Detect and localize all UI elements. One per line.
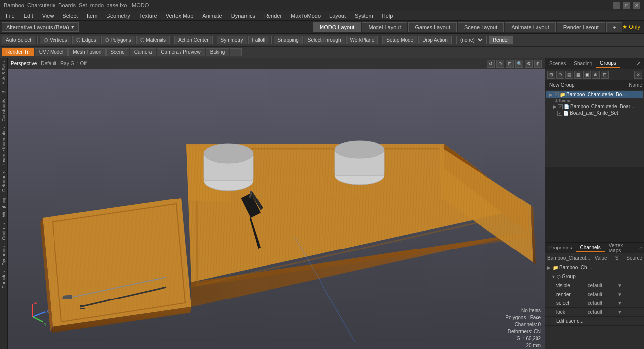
tab-add-layout[interactable]: + (606, 22, 622, 32)
tab-games-layout[interactable]: Games Layout (408, 22, 457, 32)
menu-animate[interactable]: Animate (198, 12, 226, 20)
rpanel-btn-close[interactable]: ✕ (634, 71, 642, 79)
btn-select-through[interactable]: Select Through (304, 36, 345, 44)
chan-row-render[interactable]: render default ▼ (545, 290, 644, 299)
btn-symmetry[interactable]: Symmetry (217, 36, 247, 44)
chan-row-root[interactable]: ▶ 📁 Bamboo_Ch ... (545, 263, 644, 272)
menu-system[interactable]: System (351, 12, 377, 20)
sidebar-constraints[interactable]: Constraints (0, 96, 7, 125)
sidebar-particles[interactable]: Particles (0, 268, 7, 292)
menu-dynamics[interactable]: Dynamics (227, 12, 259, 20)
chan-row-visible[interactable]: visible default ▼ (545, 281, 644, 290)
sidebar-deformers[interactable]: Deformers (0, 168, 7, 195)
viewport-canvas[interactable]: X Y Z No Items Polygons : Face Channels:… (8, 69, 545, 349)
vp-btn-zoom-out[interactable]: 🔍 (515, 60, 523, 68)
menu-view[interactable]: View (38, 12, 58, 20)
titlebar-controls[interactable]: — □ ✕ (613, 2, 640, 9)
chan-row-edit-user[interactable]: Ldit user c... (545, 317, 644, 326)
minimize-btn[interactable]: — (613, 2, 620, 9)
sidebar-controls[interactable]: Controls (0, 220, 7, 243)
tab-modo-layout[interactable]: MODO Layout (313, 22, 361, 32)
tree-row-child1[interactable]: ▶ ✓ 📄 Bamboo_Charcuterie_Boar... (546, 103, 643, 110)
btn-snapping[interactable]: Snapping (274, 36, 303, 44)
rpanel-btn-3[interactable]: ▤ (565, 71, 573, 79)
btn-materials[interactable]: ⬡ Materials (136, 36, 170, 44)
viewport-container[interactable]: Perspective Default Ray GL: Off ↺ ⊙ ⊡ 🔍 … (8, 58, 545, 349)
sidebar-acts-sets[interactable]: Acts & Sets (0, 58, 7, 88)
rpanel-tab-shading[interactable]: Shading (570, 60, 596, 67)
tree-checkbox-root[interactable]: ✓ (554, 92, 559, 97)
rpanel-tab-scenes[interactable]: Scenes (545, 60, 570, 67)
new-group-label[interactable]: New Group (547, 81, 577, 89)
tree-checkbox-child1[interactable]: ✓ (558, 104, 563, 109)
tab-scene-layout[interactable]: Scene Layout (458, 22, 504, 32)
btn-auto-select[interactable]: Auto Select (2, 36, 35, 44)
sidebar-dynamics[interactable]: Dynamics (0, 243, 7, 269)
menu-vertexmap[interactable]: Vertex Map (162, 12, 198, 20)
btn-edges[interactable]: ⬡ Edges (72, 36, 100, 44)
menu-file[interactable]: File (2, 12, 19, 20)
menu-texture[interactable]: Texture (135, 12, 161, 20)
rpanel-btn-5[interactable]: ▣ (583, 71, 591, 79)
btn-drop-action[interactable]: Drop Action (418, 36, 452, 44)
tab-add-viewport[interactable]: + (230, 48, 242, 56)
tree-checkbox-child2[interactable]: ✓ (557, 111, 562, 116)
vp-default[interactable]: Default (41, 61, 56, 66)
chan-expand-icon[interactable]: ⤢ (638, 245, 642, 250)
vp-ray-gl[interactable]: Ray GL: Off (60, 61, 87, 66)
menu-help[interactable]: Help (378, 12, 397, 20)
tab-render-tri[interactable]: Render Tri (2, 48, 34, 56)
tab-baking[interactable]: Baking (206, 48, 230, 56)
chan-row-lock[interactable]: lock default ▼ (545, 308, 644, 317)
btn-action-center[interactable]: Action Center (174, 36, 213, 44)
vp-btn-zoom-fit[interactable]: ⊡ (506, 60, 514, 68)
sidebar-weighting[interactable]: Weighting (0, 195, 7, 220)
tab-mesh-fusion[interactable]: Mesh Fusion (68, 48, 106, 56)
tree-row-child2[interactable]: ✓ 📄 Board_and_Knife_Set (546, 110, 643, 116)
chan-tab-vertexmaps[interactable]: Vertex Maps (605, 242, 638, 254)
menu-geometry[interactable]: Geometry (102, 12, 134, 20)
chan-row-group[interactable]: ▼ ⬡ Group (545, 272, 644, 281)
alt-layouts-dropdown[interactable]: Alternative Layouts (Beta) ▾ (2, 22, 79, 32)
tab-camera-preview[interactable]: Camera / Preview (157, 48, 205, 56)
btn-vertices[interactable]: ⬡ Vertices (40, 36, 71, 44)
rpanel-btn-6[interactable]: ⊕ (592, 71, 600, 79)
tab-camera[interactable]: Camera (130, 48, 157, 56)
rpanel-tab-groups[interactable]: Groups (596, 59, 620, 68)
close-btn[interactable]: ✕ (633, 2, 640, 9)
tree-row-root[interactable]: ▶ ✓ 📁 Bamboo_Charcuterie_Bo... (546, 91, 643, 98)
rpanel-btn-1[interactable]: ⊞ (547, 71, 555, 79)
chan-row-select[interactable]: select default ▼ (545, 299, 644, 308)
menu-item[interactable]: Item (83, 12, 101, 20)
menu-maxtomodo[interactable]: MaxToModo (287, 12, 324, 20)
tab-model-layout[interactable]: Model Layout (362, 22, 407, 32)
tab-scene[interactable]: Scene (106, 48, 129, 56)
tab-uv-model[interactable]: UV / Model (35, 48, 68, 56)
vp-perspective[interactable]: Perspective (11, 61, 37, 66)
btn-polygons[interactable]: ⬡ Polygons (101, 36, 135, 44)
chan-tab-properties[interactable]: Properties (545, 244, 576, 251)
vp-btn-settings[interactable]: ⚙ (525, 60, 533, 68)
menu-select[interactable]: Select (58, 12, 82, 20)
vp-btn-maximize[interactable]: ⊞ (534, 60, 542, 68)
menu-render[interactable]: Render (260, 12, 286, 20)
select-none[interactable]: (none) (456, 36, 484, 44)
vp-btn-reload[interactable]: ↺ (487, 60, 495, 68)
tab-render-layout[interactable]: Render Layout (557, 22, 605, 32)
menu-layout[interactable]: Layout (325, 12, 350, 20)
vp-btn-lock[interactable]: ⊙ (496, 60, 504, 68)
maximize-btn[interactable]: □ (623, 2, 630, 9)
btn-falloff[interactable]: Falloff (248, 36, 269, 44)
btn-setup-mode[interactable]: Setup Mode (382, 36, 417, 44)
btn-workplane[interactable]: WorkPlane (346, 36, 378, 44)
rpanel-btn-4[interactable]: ▦ (574, 71, 582, 79)
rpanel-btn-7[interactable]: ⊟ (601, 71, 609, 79)
rpanel-expand-btn[interactable]: ⤢ (632, 60, 644, 67)
btn-render[interactable]: Render (489, 36, 513, 44)
sidebar-ik[interactable]: Inverse Kinematics (0, 124, 7, 168)
chan-tab-channels[interactable]: Channels (576, 244, 605, 252)
menu-edit[interactable]: Edit (20, 12, 37, 20)
sidebar-beta[interactable]: β (0, 88, 7, 96)
tab-animate-layout[interactable]: Animate Layout (505, 22, 555, 32)
rpanel-btn-2[interactable]: ⊙ (556, 71, 564, 79)
